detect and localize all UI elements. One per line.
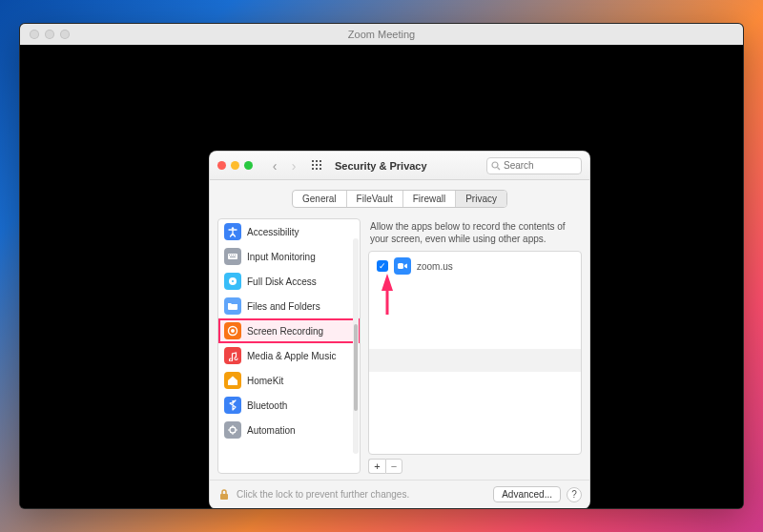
- search-field[interactable]: [486, 157, 582, 174]
- tab-segmented: General FileVault Firewall Privacy: [292, 190, 507, 208]
- sidebar-item-files-and-folders[interactable]: Files and Folders: [218, 294, 360, 318]
- sidebar-item-label: Bluetooth: [247, 400, 287, 411]
- tab-filevault[interactable]: FileVault: [347, 191, 403, 207]
- search-icon: [491, 161, 501, 171]
- zoom-window: Zoom Meeting ‹ › Security & Privacy: [19, 23, 744, 509]
- svg-rect-14: [231, 255, 232, 256]
- minimize-button[interactable]: [231, 161, 239, 170]
- svg-point-9: [492, 162, 498, 168]
- all-prefs-grid-icon[interactable]: [310, 158, 325, 174]
- sidebar-item-input-monitoring[interactable]: Input Monitoring: [218, 244, 360, 269]
- zoom-window-title: Zoom Meeting: [20, 29, 743, 40]
- maximize-button[interactable]: [244, 161, 253, 170]
- sidebar-item-bluetooth[interactable]: Bluetooth: [218, 393, 360, 418]
- home-icon: [224, 372, 241, 389]
- sidebar-item-label: Input Monitoring: [247, 252, 316, 262]
- tab-general[interactable]: General: [293, 191, 347, 207]
- sidebar-item-media-apple-music[interactable]: Media & Apple Music: [218, 343, 360, 368]
- pref-body: Accessibility Input Monitoring Full Disk…: [210, 213, 589, 480]
- remove-app-button[interactable]: −: [385, 459, 402, 474]
- sidebar-scrollbar[interactable]: [353, 238, 359, 454]
- help-button[interactable]: ?: [567, 487, 582, 502]
- tab-bar: General FileVault Firewall Privacy: [210, 180, 589, 216]
- sidebar-item-homekit[interactable]: HomeKit: [218, 368, 360, 393]
- svg-point-19: [232, 280, 234, 282]
- svg-rect-13: [229, 255, 230, 256]
- svg-rect-6: [312, 168, 314, 170]
- pref-footer: Click the lock to prevent further change…: [210, 480, 589, 508]
- sidebar-item-label: Screen Recording: [247, 326, 323, 337]
- sidebar-item-label: Automation: [247, 425, 296, 436]
- svg-rect-0: [312, 160, 314, 162]
- svg-rect-15: [233, 255, 234, 256]
- pref-traffic-lights: [217, 161, 253, 170]
- privacy-sidebar: Accessibility Input Monitoring Full Disk…: [217, 218, 361, 474]
- bluetooth-icon: [224, 397, 241, 414]
- svg-rect-17: [230, 256, 236, 257]
- svg-rect-8: [320, 168, 321, 170]
- svg-rect-23: [398, 263, 403, 269]
- pref-title: Security & Privacy: [335, 160, 427, 172]
- sidebar-item-label: Media & Apple Music: [247, 351, 336, 361]
- lock-text: Click the lock to prevent further change…: [237, 489, 409, 500]
- automation-icon: [224, 421, 241, 439]
- sidebar-item-label: HomeKit: [247, 376, 283, 386]
- lock-icon[interactable]: [217, 488, 231, 501]
- svg-point-21: [231, 329, 235, 333]
- annotation-arrow: [381, 278, 390, 313]
- search-input[interactable]: [504, 160, 577, 171]
- sidebar-item-full-disk-access[interactable]: Full Disk Access: [218, 269, 360, 294]
- right-pane: Allow the apps below to record the conte…: [368, 218, 582, 474]
- add-app-button[interactable]: +: [368, 459, 385, 474]
- music-icon: [224, 347, 241, 364]
- svg-rect-1: [316, 160, 318, 162]
- svg-point-11: [232, 227, 234, 229]
- sidebar-item-accessibility[interactable]: Accessibility: [218, 219, 360, 244]
- app-name: zoom.us: [417, 261, 453, 272]
- checkbox-zoom[interactable]: ✓: [377, 260, 388, 272]
- svg-rect-25: [220, 494, 228, 500]
- nav-arrows: ‹ ›: [266, 157, 302, 174]
- forward-button[interactable]: ›: [285, 157, 302, 174]
- input-icon: [224, 248, 241, 265]
- pref-toolbar: ‹ › Security & Privacy: [210, 152, 589, 180]
- sidebar-item-label: Files and Folders: [247, 301, 320, 312]
- tab-firewall[interactable]: Firewall: [403, 191, 456, 207]
- close-button[interactable]: [217, 161, 226, 170]
- sidebar-item-label: Accessibility: [247, 227, 299, 237]
- zoom-titlebar: Zoom Meeting: [20, 24, 743, 45]
- pane-description: Allow the apps below to record the conte…: [368, 218, 582, 251]
- zoom-app-icon: [394, 257, 411, 275]
- svg-rect-2: [320, 160, 321, 162]
- folder-icon: [224, 297, 241, 315]
- svg-line-10: [498, 167, 501, 170]
- advanced-button[interactable]: Advanced...: [493, 486, 561, 502]
- disk-icon: [224, 273, 241, 290]
- svg-rect-4: [316, 164, 318, 166]
- svg-rect-5: [320, 164, 321, 166]
- app-list: ✓ zoom.us: [368, 251, 582, 455]
- svg-rect-7: [316, 168, 318, 170]
- back-button[interactable]: ‹: [266, 157, 283, 174]
- accessibility-icon: [224, 223, 241, 240]
- svg-rect-3: [312, 164, 314, 166]
- sidebar-item-screen-recording[interactable]: Screen Recording: [218, 318, 360, 343]
- record-icon: [224, 322, 241, 339]
- app-row-zoom[interactable]: ✓ zoom.us: [369, 252, 581, 280]
- preferences-window: ‹ › Security & Privacy General FileVault: [209, 151, 590, 509]
- plus-minus-control: + −: [368, 459, 582, 474]
- list-stripe: [369, 349, 581, 372]
- sidebar-item-automation[interactable]: Automation: [218, 418, 360, 442]
- sidebar-item-label: Full Disk Access: [247, 276, 317, 287]
- svg-rect-16: [235, 255, 236, 256]
- tab-privacy[interactable]: Privacy: [456, 191, 506, 207]
